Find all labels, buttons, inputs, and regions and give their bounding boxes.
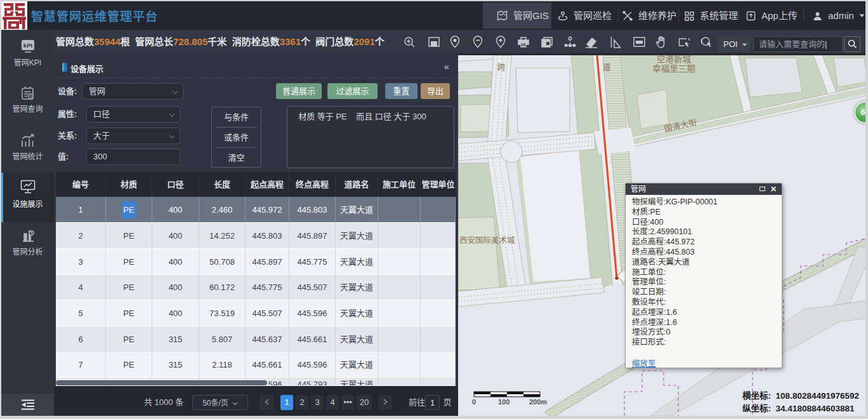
svg-text:跨: 跨 (497, 62, 505, 72)
svg-text:6: 6 (860, 107, 865, 117)
svg-text:kPI: kPI (23, 42, 32, 49)
svg-text:幸福里三期: 幸福里三期 (652, 64, 695, 74)
svg-text:100: 100 (498, 398, 510, 406)
svg-text:0: 0 (472, 398, 476, 406)
svg-text:西安国际美术城: 西安国际美术城 (459, 236, 515, 245)
svg-text:200m: 200m (529, 398, 547, 406)
svg-text:道: 道 (602, 62, 610, 72)
svg-text:空港新城: 空港新城 (657, 55, 691, 64)
